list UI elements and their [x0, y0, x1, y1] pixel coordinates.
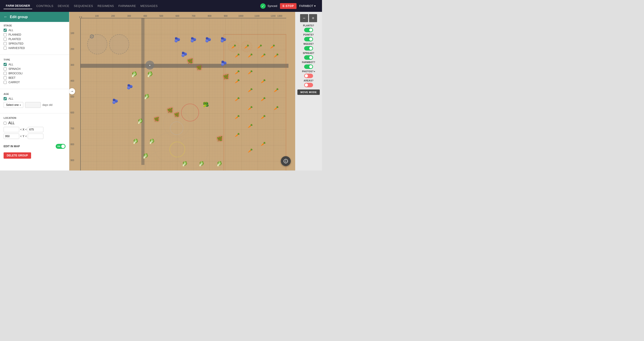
nav-controls[interactable]: CONTROLS: [34, 3, 56, 9]
svg-rect-1: [80, 18, 286, 171]
carrot-6: 🥕: [248, 53, 253, 58]
map-navigate-arrow[interactable]: →: [69, 88, 75, 94]
points-toggle[interactable]: [304, 37, 313, 41]
select-caret-icon: ▾: [20, 104, 21, 106]
toggle-on-label: ON: [57, 145, 60, 147]
spread-bg-1: [163, 110, 190, 137]
toggle-knob: [61, 145, 65, 148]
x-coord-row: < X <: [4, 127, 66, 132]
age-all-checkbox[interactable]: [4, 97, 7, 100]
stage-harvested-checkbox[interactable]: [4, 47, 7, 50]
photos-label: PHOTOS?: [302, 70, 314, 73]
y-label: Y: [22, 135, 24, 138]
spread-toggle[interactable]: [304, 55, 313, 60]
areas-label: AREAS?: [304, 79, 314, 82]
nav-messages[interactable]: MESSAGES: [138, 3, 160, 9]
weeds-toggle[interactable]: [304, 46, 313, 51]
carrot-spread-2: [241, 41, 252, 52]
farmbot-caret-icon: ▾: [314, 4, 316, 8]
loc-all-row: ALL: [4, 121, 66, 125]
stage-sprouted-checkbox[interactable]: [4, 42, 7, 45]
carrot-7: 🥕: [261, 53, 266, 58]
areas-toggle[interactable]: [304, 83, 313, 87]
photos-toggle-row: PHOTOS? ▾: [298, 70, 320, 78]
type-carrot-checkbox[interactable]: [4, 81, 7, 84]
svg-text:y: y: [79, 16, 80, 18]
type-broccoli-checkbox[interactable]: [4, 72, 7, 75]
farmbot-head: ●: [145, 61, 154, 70]
days-input[interactable]: [25, 102, 41, 108]
svg-text:700: 700: [70, 127, 74, 130]
x-max-input[interactable]: [28, 127, 44, 132]
y-max-input[interactable]: [28, 134, 44, 139]
stage-title: Stage: [4, 24, 66, 27]
zoom-in-button[interactable]: +: [309, 14, 317, 22]
edit-map-toggle[interactable]: ON: [56, 144, 66, 149]
type-beet-label: BEET: [8, 76, 16, 79]
move-mode-button[interactable]: MOVE MODE: [298, 90, 320, 95]
plants-toggle-knob: [309, 29, 312, 32]
crosshair-button[interactable]: [281, 156, 291, 166]
plant-spinach-7: 🥬: [142, 153, 148, 159]
plant-spinach-9: 🥬: [198, 161, 204, 167]
loc-all-checkbox[interactable]: [4, 122, 6, 125]
plant-weed-5: 🌿: [154, 117, 159, 122]
svg-text:700: 700: [192, 15, 196, 17]
right-panel: − + PLANTS? POINTS? WEEDS? SPREAD?: [295, 12, 322, 171]
stage-all-checkbox[interactable]: [4, 29, 7, 32]
plant-beet-3: 🫐: [205, 37, 211, 43]
carrot-20: 🥕: [261, 115, 266, 120]
photos-toggle-knob: [305, 74, 308, 77]
nav-device[interactable]: DEVICE: [56, 3, 72, 9]
age-title: Age: [4, 93, 66, 95]
svg-text:200: 200: [111, 15, 115, 17]
carrot-21: 🥕: [248, 124, 253, 128]
plant-beet-8: 🫐: [112, 99, 118, 104]
nav-regimens[interactable]: REGIMENS: [95, 3, 116, 9]
farmbot-vis-label: FARMBOT?: [302, 61, 315, 64]
farm-map[interactable]: 100 200 300 400 500 600 700 800 900 1000…: [69, 12, 295, 171]
stage-sprouted-row: SPROUTED: [4, 42, 66, 45]
nav-farm-designer[interactable]: FARM DESIGNER: [4, 3, 32, 9]
carrot-22: 🥕: [235, 132, 240, 137]
plant-weed-4: 🌿: [174, 112, 179, 117]
plants-label: PLANTS?: [303, 24, 314, 27]
delete-group-button[interactable]: DELETE GROUP: [4, 152, 31, 159]
areas-toggle-row: AREAS?: [298, 79, 320, 87]
stage-planted-checkbox[interactable]: [4, 38, 7, 41]
photos-toggle[interactable]: [304, 74, 313, 78]
photos-caret-icon: ▾: [314, 70, 315, 73]
type-spinach-checkbox[interactable]: [4, 67, 7, 71]
plant-beet-5: 🫐: [181, 52, 187, 57]
svg-text:300: 300: [127, 15, 131, 17]
spread-bg-2: [154, 133, 183, 162]
nav-sequences[interactable]: SEQUENCES: [72, 3, 95, 9]
stage-planned-row: PLANNED: [4, 33, 66, 36]
estop-button[interactable]: E-STOP: [280, 3, 296, 9]
farmbot-toggle[interactable]: [304, 65, 313, 69]
synced-label: Synced: [268, 4, 277, 8]
age-all-label: ALL: [8, 97, 13, 100]
zoom-out-button[interactable]: −: [300, 14, 308, 22]
x-min-input[interactable]: [4, 127, 19, 132]
spread-bg-4: [145, 151, 181, 171]
spread-toggle-knob: [309, 56, 312, 59]
type-beet-checkbox[interactable]: [4, 76, 7, 79]
sidebar-title: Edit group: [10, 15, 28, 19]
areas-toggle-knob: [305, 84, 308, 87]
carrot-18: 🥕: [274, 106, 278, 111]
plants-toggle[interactable]: [304, 28, 313, 32]
back-button[interactable]: ←: [4, 15, 8, 19]
nav-farmware[interactable]: FARMWARE: [116, 3, 138, 9]
type-all-checkbox[interactable]: [4, 63, 7, 66]
type-section: Type ALL SPINACH BROCCOLI BEET CARROT: [0, 56, 69, 88]
farmbot-icon: ⚙: [89, 33, 94, 40]
main-layout: ← Edit group Stage ALL PLANNED PLANTED S…: [0, 12, 322, 171]
stage-planned-checkbox[interactable]: [4, 33, 7, 36]
farmbot-dropdown[interactable]: FARMBOT ▾: [296, 3, 318, 9]
svg-text:900: 900: [70, 159, 74, 162]
age-select-dropdown[interactable]: Select one ▾: [4, 102, 23, 108]
carrot-15: 🥕: [235, 97, 240, 102]
svg-text:600: 600: [176, 15, 179, 17]
y-min-input[interactable]: [4, 134, 19, 139]
